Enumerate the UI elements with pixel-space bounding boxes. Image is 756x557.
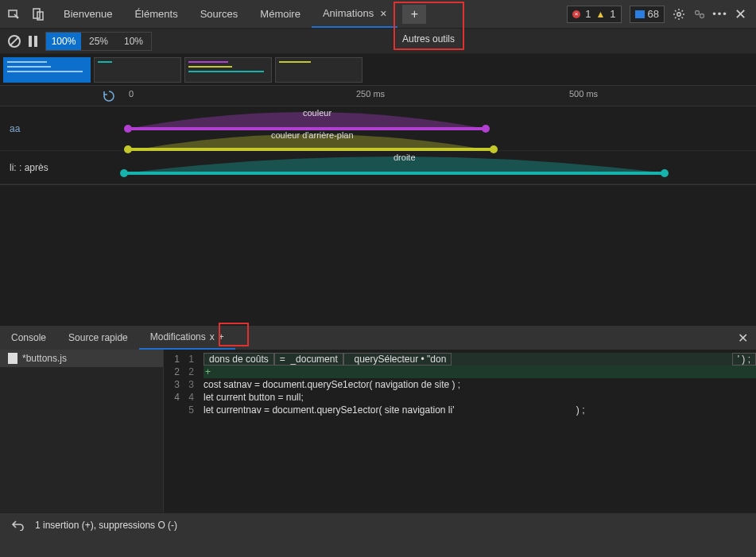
status-text: 1 insertion (+), suppressions O (-) bbox=[35, 520, 177, 531]
tab-console[interactable]: Console bbox=[0, 326, 57, 350]
top-toolbar: Bienvenue Éléments Sources Mémoire Anima… bbox=[0, 0, 756, 29]
tab-animations[interactable]: Animations× bbox=[312, 0, 398, 28]
close-devtools-icon[interactable]: ✕ bbox=[735, 6, 746, 23]
tick-0: 0 bbox=[129, 89, 134, 99]
gutter-old: 1234 bbox=[164, 350, 183, 513]
timeline-ruler[interactable]: 0 250 ms 500 ms bbox=[0, 86, 756, 106]
thumb-2[interactable] bbox=[94, 57, 181, 83]
replay-icon[interactable] bbox=[102, 89, 116, 103]
feedback-icon[interactable] bbox=[693, 8, 706, 21]
file-tree: *buttons.js bbox=[0, 350, 164, 513]
tick-250: 250 ms bbox=[356, 89, 385, 99]
main-tabs: Bienvenue Éléments Sources Mémoire Anima… bbox=[52, 0, 426, 28]
file-name: *buttons.js bbox=[22, 353, 67, 364]
undo-icon[interactable] bbox=[11, 520, 25, 531]
more-icon[interactable]: ••• bbox=[714, 8, 727, 21]
track-name: couleur bbox=[303, 108, 331, 118]
close-icon[interactable]: × bbox=[380, 7, 386, 20]
code-line-added: + bbox=[204, 366, 756, 378]
speed-25[interactable]: 25% bbox=[81, 33, 116, 50]
callout-box bbox=[219, 323, 249, 346]
svg-point-5 bbox=[700, 14, 704, 17]
issues-icon bbox=[635, 10, 645, 18]
code-line: cost satnav = document.querySe1ector( na… bbox=[204, 378, 756, 391]
file-item[interactable]: *buttons.js bbox=[0, 350, 163, 367]
drawer-tabs: Console Source rapide Modifications x + … bbox=[0, 326, 756, 350]
tab-sources[interactable]: Sources bbox=[189, 0, 250, 28]
animation-tracks: aa couleur couleur d'arrière-plan li: : … bbox=[0, 106, 756, 184]
code-source[interactable]: dons de coûts= _document querySélecteur … bbox=[197, 350, 756, 513]
warning-count: 1 bbox=[610, 8, 615, 20]
thumb-4[interactable] bbox=[275, 57, 362, 83]
code-line: let currentnav = document.querySe1ector(… bbox=[204, 404, 756, 416]
tab-source-rapide[interactable]: Source rapide bbox=[57, 326, 139, 350]
speed-100[interactable]: 100% bbox=[46, 33, 81, 50]
issues-badge[interactable]: 68 bbox=[630, 6, 665, 23]
track-name: droite bbox=[394, 153, 416, 162]
code-line: dons de coûts= _document querySélecteur … bbox=[204, 353, 756, 366]
thumb-1[interactable] bbox=[3, 57, 91, 83]
svg-point-3 bbox=[677, 12, 680, 15]
warning-icon: ▲ bbox=[595, 9, 605, 20]
file-icon bbox=[8, 353, 17, 364]
animation-thumbnails bbox=[0, 54, 756, 86]
thumb-3[interactable] bbox=[184, 57, 272, 83]
track-label: li: : après bbox=[0, 151, 124, 184]
track-row[interactable]: li: : après droite bbox=[0, 151, 756, 184]
error-icon: × bbox=[572, 10, 580, 18]
tab-elements[interactable]: Éléments bbox=[123, 0, 188, 28]
gutter-new: 12345 bbox=[183, 350, 197, 513]
close-icon[interactable]: x bbox=[210, 331, 215, 342]
drawer-body: *buttons.js 1234 12345 dons de coûts= _d… bbox=[0, 350, 756, 513]
close-drawer-icon[interactable]: ✕ bbox=[738, 331, 748, 346]
inspect-icon[interactable] bbox=[8, 8, 21, 21]
animation-controls: 100% 25% 10% bbox=[0, 29, 756, 54]
empty-area bbox=[0, 184, 756, 326]
track-row[interactable]: aa couleur couleur d'arrière-plan bbox=[0, 106, 756, 151]
status-bar: 1 insertion (+), suppressions O (-) bbox=[0, 513, 756, 536]
issues-count: 68 bbox=[648, 8, 659, 20]
speed-10[interactable]: 10% bbox=[116, 33, 151, 50]
error-warning-badge[interactable]: ×1 ▲1 bbox=[567, 6, 621, 23]
tab-bienvenue[interactable]: Bienvenue bbox=[52, 0, 123, 28]
code-line: let current button = null; bbox=[204, 391, 756, 404]
device-icon[interactable] bbox=[32, 8, 45, 21]
pause-icon[interactable] bbox=[29, 36, 37, 47]
error-count: 1 bbox=[585, 8, 591, 20]
tick-500: 500 ms bbox=[569, 89, 598, 99]
track-label: aa bbox=[0, 106, 124, 150]
track-name: couleur d'arrière-plan bbox=[271, 130, 354, 140]
svg-point-4 bbox=[696, 10, 700, 14]
callout-box bbox=[394, 2, 464, 50]
tab-memoire[interactable]: Mémoire bbox=[249, 0, 312, 28]
code-diff: 1234 12345 dons de coûts= _document quer… bbox=[164, 350, 756, 513]
clear-icon[interactable] bbox=[8, 35, 21, 48]
speed-selector: 100% 25% 10% bbox=[45, 32, 152, 51]
gear-icon[interactable] bbox=[673, 8, 685, 21]
svg-rect-1 bbox=[33, 9, 40, 18]
